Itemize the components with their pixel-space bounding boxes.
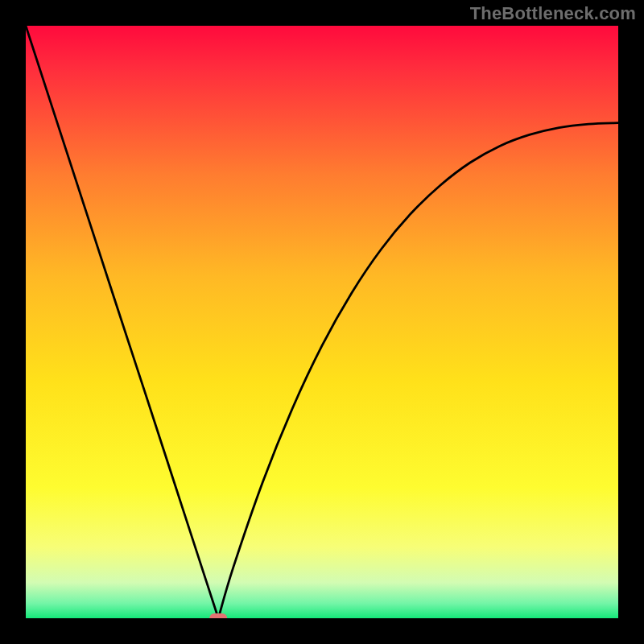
- svg-rect-0: [209, 613, 227, 618]
- watermark-text: TheBottleneck.com: [470, 3, 636, 24]
- bottleneck-chart: [26, 26, 618, 618]
- vertex-marker: [209, 613, 227, 618]
- plot-background: [26, 26, 618, 618]
- chart-frame: TheBottleneck.com: [0, 0, 644, 644]
